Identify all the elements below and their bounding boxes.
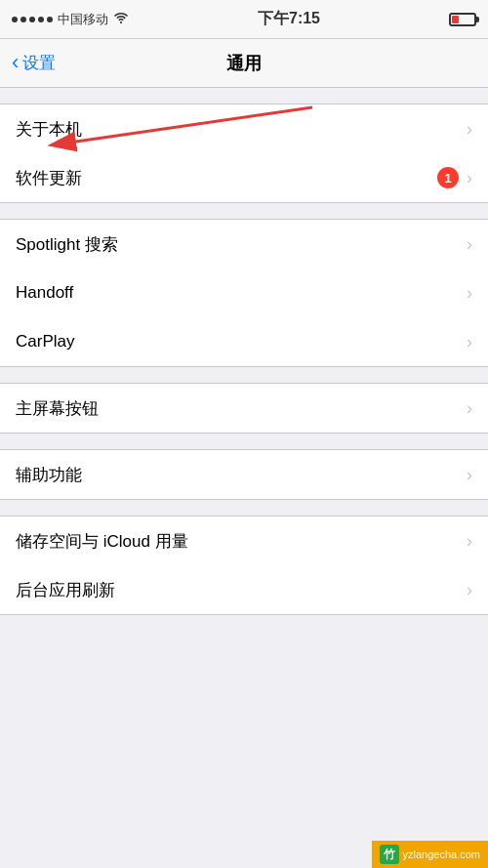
- accessibility-chevron-icon: ›: [467, 465, 472, 485]
- section-group-1: 关于本机 › 软件更新 1 ›: [0, 103, 488, 203]
- about-label: 关于本机: [16, 118, 82, 141]
- status-right: [449, 13, 476, 26]
- back-chevron-icon: ‹: [12, 52, 19, 73]
- software-update-chevron-icon: ›: [467, 168, 472, 188]
- background-app-right: ›: [467, 580, 472, 600]
- home-button-label: 主屏幕按钮: [16, 397, 99, 420]
- spotlight-chevron-icon: ›: [467, 234, 472, 255]
- background-app-item[interactable]: 后台应用刷新 ›: [0, 565, 488, 614]
- handoff-label: Handoff: [16, 283, 73, 303]
- carplay-chevron-icon: ›: [467, 332, 472, 352]
- accessibility-right: ›: [467, 465, 472, 485]
- status-left: 中国移动: [12, 11, 129, 28]
- section-4: 辅助功能 ›: [0, 449, 488, 500]
- watermark: 竹 yzlangecha.com: [372, 841, 489, 868]
- status-time: 下午7:15: [258, 9, 320, 29]
- handoff-item[interactable]: Handoff ›: [0, 269, 488, 317]
- software-update-badge: 1: [437, 167, 459, 188]
- section-group-4: 辅助功能 ›: [0, 449, 488, 500]
- home-button-right: ›: [467, 398, 472, 419]
- storage-icloud-label: 储存空间与 iCloud 用量: [16, 530, 188, 553]
- storage-icloud-right: ›: [467, 531, 472, 552]
- section-group-5: 储存空间与 iCloud 用量 › 后台应用刷新 ›: [0, 516, 488, 615]
- handoff-chevron-icon: ›: [467, 283, 472, 304]
- accessibility-item[interactable]: 辅助功能 ›: [0, 450, 488, 499]
- accessibility-label: 辅助功能: [16, 464, 82, 486]
- section-group-3: 主屏幕按钮 ›: [0, 383, 488, 434]
- spotlight-right: ›: [467, 234, 472, 255]
- home-button-chevron-icon: ›: [467, 398, 472, 419]
- status-bar: 中国移动 下午7:15: [0, 0, 488, 39]
- back-label: 设置: [22, 52, 56, 74]
- software-update-label: 软件更新: [16, 167, 82, 189]
- about-item[interactable]: 关于本机 ›: [0, 104, 488, 153]
- battery-icon: [449, 13, 476, 26]
- watermark-icon: 竹: [380, 845, 399, 864]
- spotlight-label: Spotlight 搜索: [16, 233, 118, 256]
- section-3: 主屏幕按钮 ›: [0, 383, 488, 434]
- carplay-label: CarPlay: [16, 332, 74, 351]
- storage-icloud-chevron-icon: ›: [467, 531, 472, 552]
- spotlight-item[interactable]: Spotlight 搜索 ›: [0, 220, 488, 269]
- settings-content: 关于本机 › 软件更新 1 › Spotlight 搜索 ›: [0, 88, 488, 615]
- carplay-right: ›: [467, 332, 472, 352]
- section-2: Spotlight 搜索 › Handoff › CarPlay ›: [0, 219, 488, 367]
- section-group-2: Spotlight 搜索 › Handoff › CarPlay ›: [0, 219, 488, 367]
- nav-title: 通用: [226, 52, 262, 75]
- handoff-right: ›: [467, 283, 472, 304]
- watermark-text: yzlangecha.com: [403, 848, 481, 860]
- background-app-chevron-icon: ›: [467, 580, 472, 600]
- back-button[interactable]: ‹ 设置: [12, 52, 56, 74]
- carrier-label: 中国移动: [58, 11, 108, 28]
- section-5: 储存空间与 iCloud 用量 › 后台应用刷新 ›: [0, 516, 488, 615]
- home-button-item[interactable]: 主屏幕按钮 ›: [0, 384, 488, 433]
- wifi-icon: [113, 11, 129, 27]
- nav-bar: ‹ 设置 通用: [0, 39, 488, 88]
- software-update-item[interactable]: 软件更新 1 ›: [0, 153, 488, 202]
- svg-text:竹: 竹: [383, 847, 395, 860]
- about-chevron-icon: ›: [467, 119, 472, 140]
- about-right: ›: [467, 119, 472, 140]
- software-update-right: 1 ›: [437, 167, 472, 188]
- section-1: 关于本机 › 软件更新 1 ›: [0, 103, 488, 203]
- carplay-item[interactable]: CarPlay ›: [0, 317, 488, 366]
- storage-icloud-item[interactable]: 储存空间与 iCloud 用量 ›: [0, 517, 488, 565]
- signal-icon: [12, 17, 53, 22]
- background-app-label: 后台应用刷新: [16, 579, 115, 601]
